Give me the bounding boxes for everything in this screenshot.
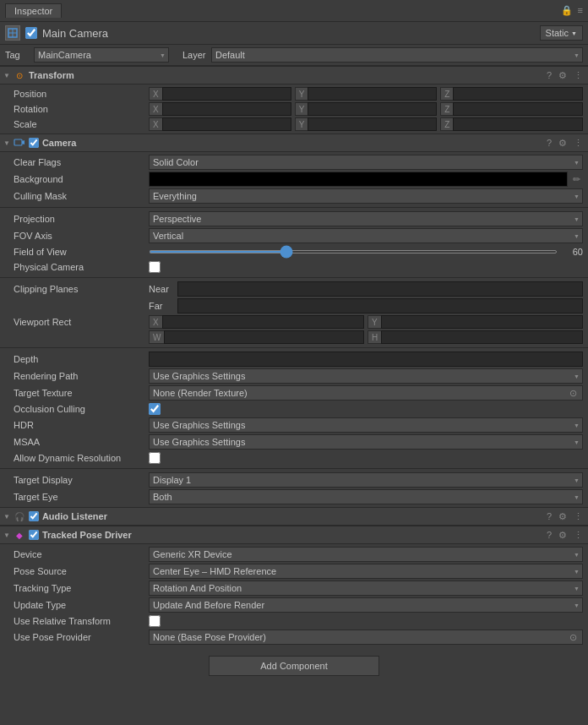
camera-arrow[interactable]: ▼ [3, 139, 10, 147]
lock-icon[interactable]: 🔒 [561, 5, 573, 16]
scale-x-input[interactable]: 1 [162, 117, 291, 131]
target-eye-select[interactable]: Both [149, 489, 583, 504]
audio-icon: 🎧 [14, 510, 25, 522]
clear-flags-label: Clear Flags [14, 157, 149, 167]
position-x-input[interactable]: 0 [162, 87, 291, 101]
clear-flags-select-wrapper: Solid Color [149, 155, 583, 170]
physical-camera-checkbox[interactable] [149, 261, 161, 273]
transform-menu-btn[interactable]: ⋮ [572, 70, 585, 81]
audio-help-btn[interactable]: ? [545, 511, 553, 522]
rotation-z-input[interactable]: 0 [453, 102, 583, 116]
viewport-w-input[interactable]: 1 [164, 330, 364, 344]
viewport-x-input[interactable]: 0 [162, 315, 364, 329]
tracked-pose-settings-btn[interactable]: ⚙ [557, 530, 569, 541]
tracked-pose-arrow[interactable]: ▼ [3, 531, 10, 539]
clipping-far-row: Far 1000 [0, 297, 588, 314]
transform-arrow[interactable]: ▼ [3, 72, 10, 79]
inspector-tab[interactable]: Inspector [5, 3, 62, 18]
occlusion-culling-label: Occlusion Culling [14, 404, 149, 414]
pose-source-label: Pose Source [14, 566, 149, 576]
position-xyz: X 0 Y 0 Z 0 [149, 87, 583, 101]
audio-listener-enabled-checkbox[interactable] [29, 511, 39, 521]
pose-source-select[interactable]: Center Eye – HMD Reference [149, 564, 583, 579]
menu-icon[interactable]: ≡ [578, 5, 583, 16]
pose-source-select-wrapper: Center Eye – HMD Reference [149, 564, 583, 579]
rotation-z-label: Z [440, 102, 453, 116]
tracked-pose-props: Device Generic XR Device Pose Source Cen… [0, 544, 588, 647]
transform-settings-btn[interactable]: ⚙ [557, 70, 569, 81]
update-type-select[interactable]: Update And Before Render [149, 597, 583, 613]
camera-settings-btn[interactable]: ⚙ [557, 138, 569, 149]
device-select[interactable]: Generic XR Device [149, 547, 583, 562]
rendering-path-select[interactable]: Use Graphics Settings [149, 368, 583, 384]
depth-value: -1 [149, 352, 583, 367]
fov-slider[interactable] [149, 250, 558, 253]
viewport-y-label: Y [368, 315, 381, 329]
static-button[interactable]: Static ▼ [540, 25, 583, 41]
layer-select[interactable]: Default [211, 47, 583, 63]
msaa-select[interactable]: Use Graphics Settings [149, 434, 583, 450]
fov-slider-wrapper: 60 [149, 247, 583, 257]
device-label: Device [14, 549, 149, 559]
camera-help-btn[interactable]: ? [545, 138, 553, 149]
hdr-select[interactable]: Use Graphics Settings [149, 417, 583, 433]
occlusion-culling-checkbox[interactable] [149, 403, 161, 415]
use-relative-transform-row: Use Relative Transform [0, 613, 588, 629]
camera-menu-btn[interactable]: ⋮ [572, 138, 585, 149]
tracking-type-select[interactable]: Rotation And Position [149, 581, 583, 596]
object-enabled-checkbox[interactable] [25, 27, 37, 39]
audio-listener-title: Audio Listener [42, 511, 542, 521]
scale-z-input[interactable]: 1 [453, 117, 583, 131]
projection-row: Projection Perspective [0, 210, 588, 227]
tracked-pose-enabled-checkbox[interactable] [29, 530, 39, 540]
depth-input[interactable]: -1 [149, 352, 583, 367]
audio-menu-btn[interactable]: ⋮ [572, 511, 585, 522]
audio-settings-btn[interactable]: ⚙ [557, 511, 569, 522]
use-relative-transform-checkbox[interactable] [149, 615, 161, 627]
rotation-y-label: Y [295, 102, 308, 116]
position-label: Position [14, 89, 149, 99]
clear-flags-select[interactable]: Solid Color [149, 155, 583, 170]
background-color-picker-btn[interactable]: ✏ [569, 172, 583, 186]
camera-enabled-checkbox[interactable] [29, 138, 39, 148]
projection-select[interactable]: Perspective [149, 211, 583, 226]
background-color-field[interactable] [149, 172, 568, 187]
allow-dynamic-resolution-row: Allow Dynamic Resolution [0, 450, 588, 466]
scale-y-field: Y 1 [295, 117, 438, 131]
update-type-select-wrapper: Update And Before Render [149, 597, 583, 613]
rotation-x-input[interactable]: 0 [162, 102, 291, 116]
tag-select[interactable]: MainCamera [34, 47, 169, 63]
fov-axis-select[interactable]: Vertical [149, 228, 583, 243]
culling-mask-select[interactable]: Everything [149, 188, 583, 204]
tracked-pose-menu-btn[interactable]: ⋮ [572, 530, 585, 541]
rotation-y-field: Y 0 [295, 102, 438, 116]
use-pose-provider-field[interactable]: None (Base Pose Provider) ⊙ [149, 630, 583, 645]
rotation-value: X 0 Y 0 Z 0 [149, 102, 583, 116]
depth-row: Depth -1 [0, 351, 588, 368]
position-row: Position X 0 Y 0 Z 0 [0, 86, 588, 101]
rotation-y-input[interactable]: 0 [308, 102, 437, 116]
tracked-pose-help-btn[interactable]: ? [545, 530, 553, 541]
viewport-x-field: X 0 [149, 315, 364, 329]
audio-arrow[interactable]: ▼ [3, 513, 10, 521]
msaa-select-wrapper: Use Graphics Settings [149, 434, 583, 450]
position-z-input[interactable]: 0 [453, 87, 583, 101]
rotation-x-field: X 0 [149, 102, 291, 116]
clipping-far-input[interactable]: 1000 [177, 298, 583, 313]
physical-camera-label: Physical Camera [14, 262, 149, 272]
clipping-far-label: Far [149, 301, 174, 311]
rendering-path-select-wrapper: Use Graphics Settings [149, 368, 583, 384]
add-component-button[interactable]: Add Component [209, 656, 379, 676]
clipping-near-input[interactable]: 0.3 [177, 281, 583, 297]
transform-help-btn[interactable]: ? [545, 70, 553, 81]
scale-y-input[interactable]: 1 [308, 117, 437, 131]
use-pose-provider-picker-btn[interactable]: ⊙ [567, 631, 579, 643]
target-texture-picker-btn[interactable]: ⊙ [567, 387, 579, 399]
target-display-select[interactable]: Display 1 [149, 472, 583, 488]
target-eye-row: Target Eye Both [0, 488, 588, 505]
target-texture-field[interactable]: None (Render Texture) ⊙ [149, 385, 583, 401]
viewport-h-input[interactable]: 1 [381, 330, 583, 344]
position-y-input[interactable]: 0 [308, 87, 437, 101]
viewport-y-input[interactable]: 0 [381, 315, 583, 329]
allow-dynamic-resolution-checkbox[interactable] [149, 452, 161, 464]
